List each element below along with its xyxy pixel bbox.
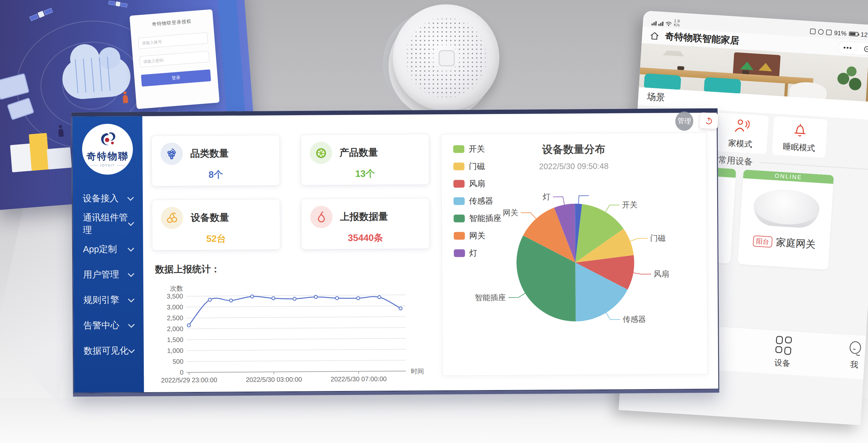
tab-label: 设备: [774, 357, 790, 369]
scene-card-sleep[interactable]: 睡眠模式: [772, 116, 828, 158]
svg-text:2022/5/30 07:00:00: 2022/5/30 07:00:00: [331, 375, 386, 383]
tab-me[interactable]: 我: [835, 340, 868, 371]
citrus-icon: [310, 141, 332, 164]
svg-text:开关: 开关: [622, 200, 638, 209]
login-button[interactable]: 登录: [141, 69, 211, 87]
svg-text:2,500: 2,500: [167, 314, 183, 321]
vibrate-icon: [826, 29, 832, 35]
chevron-down-icon: [128, 296, 134, 303]
plant-illustration: [835, 64, 864, 94]
sidebar-item-rule-engine[interactable]: 规则引擎: [73, 287, 144, 313]
stat-value: 13个: [310, 167, 420, 181]
login-title: 奇特物联登录授权: [137, 17, 207, 29]
alarm-icon: [818, 29, 824, 35]
satellite-icon: [29, 7, 53, 21]
svg-text:时间: 时间: [411, 368, 424, 375]
sidebar-item-data-visualization[interactable]: 数据可见化: [74, 338, 144, 364]
password-field[interactable]: [140, 51, 209, 67]
more-icon[interactable]: •••: [838, 44, 858, 52]
building-illustration: [29, 133, 50, 171]
satellite-icon: [108, 0, 128, 8]
svg-text:风扇: 风扇: [654, 270, 669, 278]
device-name: 家庭网关: [775, 235, 816, 252]
battery-percent: 91%: [834, 29, 847, 37]
battery-icon: [849, 32, 859, 37]
brand-name: 奇特物聯: [86, 150, 129, 163]
logo: 奇特物聯 IOTKIT: [82, 124, 133, 175]
device-pie-chart: 开关门磁风扇传感器智能插座网关灯: [441, 156, 709, 375]
chevron-down-icon: [128, 271, 134, 277]
sidebar-item-app-custom[interactable]: App定制: [73, 236, 143, 262]
chevron-right-icon: ›: [867, 104, 868, 117]
scene-card-home[interactable]: 家模式: [713, 113, 769, 154]
person-illustration: [123, 95, 128, 103]
stat-card-reports: 上报数据量 35440条: [302, 198, 429, 249]
signal-icon: [651, 21, 657, 26]
svg-text:1,500: 1,500: [167, 336, 183, 343]
stat-value: 35440条: [310, 231, 421, 245]
dashboard-content: 品类数量 8个 产品数量: [142, 113, 718, 392]
net-unit: K/s: [674, 22, 680, 27]
chevron-down-icon: [128, 321, 134, 328]
scene-section-label: 场景: [647, 91, 665, 104]
teal-chair-illustration: [704, 77, 741, 94]
miniprogram-capsule: •••: [838, 40, 868, 56]
devices-header-label: 常用设备: [718, 154, 753, 168]
report-line-chart: 05001,0001,5002,0002,5003,0003,5002022/5…: [153, 281, 426, 388]
svg-text:2,000: 2,000: [167, 325, 183, 333]
svg-text:门磁: 门磁: [650, 233, 666, 242]
power-icon: [705, 117, 713, 125]
legend-label: 开关: [469, 144, 485, 154]
stat-card-products: 产品数量 13个: [301, 134, 429, 185]
account-field[interactable]: [138, 32, 208, 49]
stat-value: 52台: [161, 232, 271, 245]
signal-icon: [658, 21, 663, 26]
person-icon: [847, 340, 864, 356]
person-wave-icon: [733, 117, 750, 134]
svg-text:3,500: 3,500: [167, 292, 183, 299]
svg-text:0: 0: [180, 369, 184, 376]
grid-icon: [775, 336, 792, 355]
sidebar-item-device-access[interactable]: 设备接入: [73, 186, 143, 211]
sidebar: 奇特物聯 IOTKIT 设备接入 通讯组件管理 App定制 用户管理 规则引擎 …: [72, 116, 144, 392]
svg-text:灯: 灯: [543, 192, 551, 201]
power-button[interactable]: [699, 112, 719, 129]
sidebar-item-comm-components[interactable]: 通讯组件管理: [73, 211, 143, 237]
grapes-icon: [160, 143, 183, 165]
brand-swirl-icon: [98, 131, 117, 149]
report-section-label: 数据上报统计：: [155, 261, 431, 276]
building-illustration: [10, 144, 33, 172]
home-icon[interactable]: [649, 31, 660, 40]
lamp-illustration: [662, 44, 685, 56]
device-card-gateway[interactable]: ONLINE 阳台 家庭网关: [738, 169, 834, 270]
sidebar-item-alert-center[interactable]: 告警中心: [73, 313, 144, 338]
chevron-down-icon: [128, 347, 135, 353]
stat-title: 上报数据量: [340, 210, 388, 223]
sidebar-item-user-management[interactable]: 用户管理: [73, 262, 143, 287]
tab-label: 我: [850, 359, 859, 371]
phone-app-title: 奇特物联智能家居: [665, 30, 740, 48]
iot-dashboard: 奇特物聯 IOTKIT 设备接入 通讯组件管理 App定制 用户管理 规则引擎 …: [71, 108, 719, 394]
smart-speaker-photo: [391, 2, 500, 117]
chevron-down-icon: [127, 194, 134, 201]
svg-text:传感器: 传感器: [623, 315, 646, 323]
svg-text:1,000: 1,000: [167, 347, 183, 354]
divider: [760, 162, 868, 169]
circuit-lines-decoration: [75, 56, 114, 93]
sidebar-menu: 设备接入 通讯组件管理 App定制 用户管理 规则引擎 告警中心 数据可见化: [73, 186, 144, 364]
login-form: 奇特物联登录授权 登录: [129, 9, 220, 109]
person-illustration: [58, 129, 64, 137]
room-tag: 阳台: [753, 235, 773, 248]
close-capsule-icon[interactable]: [858, 45, 868, 52]
stat-card-categories: 品类数量 8个: [152, 135, 280, 186]
svg-text:500: 500: [173, 358, 183, 365]
gateway-device-image: [752, 188, 820, 233]
tab-devices[interactable]: 设备: [757, 335, 808, 370]
legend-item[interactable]: 开关: [453, 144, 501, 155]
legend-swatch: [453, 145, 464, 153]
svg-text:3,000: 3,000: [167, 303, 183, 310]
teal-chair-illustration: [644, 73, 681, 90]
pear-icon: [310, 206, 332, 228]
svg-text:智能插座: 智能插座: [475, 293, 506, 302]
cherry-icon: [161, 207, 183, 229]
